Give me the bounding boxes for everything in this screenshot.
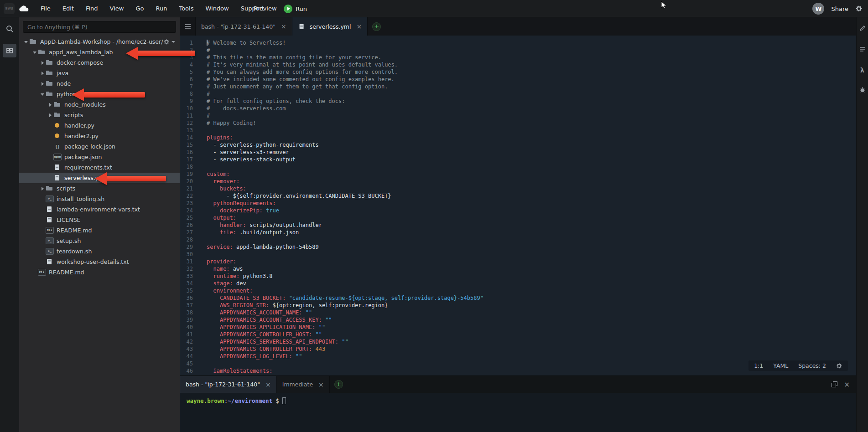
code-line[interactable]: 35 environment: [180,287,856,294]
tree-item-license[interactable]: LICENSE [19,215,180,225]
tree-item-package-lock-json[interactable]: {}package-lock.json [19,141,180,152]
tree-item-java[interactable]: java [19,68,180,78]
code-line[interactable]: 26 handler: scripts/output.handler [180,221,856,229]
new-terminal-plus-icon[interactable]: + [334,380,343,389]
code-line[interactable]: 38 APPDYNAMICS_ACCOUNT_NAME: "" [180,309,856,316]
code-line[interactable]: 9# For full config options, check the do… [180,98,856,105]
chevron-right-icon[interactable] [39,70,46,77]
search-icon[interactable] [3,22,16,36]
code-line[interactable]: 5# You can always add more config option… [180,68,856,76]
outline-icon[interactable] [859,45,866,54]
editor-tab-serverless-yml[interactable]: serverless.yml× [292,17,368,36]
tree-item-package-json[interactable]: npmpackage.json [19,152,180,162]
chevron-down-icon[interactable] [39,91,46,98]
code-line[interactable]: 39 APPDYNAMICS_ACCOUNT_ACCESS_KEY: "" [180,316,856,324]
code-line[interactable]: 2# [180,46,856,54]
code-line[interactable]: 19custom: [180,170,856,178]
tree-item-lambda-environment-vars-txt[interactable]: lambda-environment-vars.txt [19,204,180,215]
run-button[interactable]: Run [284,0,307,17]
close-icon[interactable]: × [265,381,271,388]
tree-root[interactable]: AppD-Lambda-Workshop - /home/ec2-user/en… [19,36,180,47]
menu-run[interactable]: Run [150,0,173,17]
chevron-down-icon[interactable] [31,49,38,56]
code-line[interactable]: 16 - serverless-s3-remover [180,149,856,156]
chevron-right-icon[interactable] [39,81,46,87]
avatar[interactable]: W [812,3,824,15]
editor[interactable]: 1# Welcome to Serverless!2#3# This file … [180,36,856,375]
tree-item-scripts[interactable]: scripts [19,110,180,120]
code-line[interactable]: 23 pythonRequirements: [180,200,856,207]
code-line[interactable]: 22 - ${self:provider.environment.CANDIDA… [180,192,856,200]
close-panel-icon[interactable]: × [844,381,850,389]
code-line[interactable]: 7# Just uncomment any of them to get tha… [180,83,856,90]
tree-item-teardown-sh[interactable]: >_teardown.sh [19,246,180,257]
code-line[interactable]: 3# This file is the main config file for… [180,54,856,61]
collaborate-icon[interactable] [859,25,866,33]
code-line[interactable]: 32 name: aws [180,265,856,273]
tree-item-install-tooling-sh[interactable]: >_install_tooling.sh [19,194,180,204]
code-line[interactable]: 25 output: [180,214,856,221]
menu-find[interactable]: Find [80,0,104,17]
tree-settings-gear-icon[interactable] [163,39,180,45]
cloud9-logo-icon[interactable] [18,5,30,12]
menu-tools[interactable]: Tools [173,0,199,17]
code-line[interactable]: 14plugins: [180,134,856,141]
code-line[interactable]: 27 file: .build/output.json [180,229,856,236]
goto-anything-input[interactable] [23,21,176,33]
tree-item-node[interactable]: node [19,78,180,89]
close-icon[interactable]: × [356,23,362,30]
settings-gear-icon[interactable] [855,5,863,12]
editor-tab-bash-ip-172-31-61-140[interactable]: bash - "ip-172-31-61-140"× [196,17,292,36]
code-line[interactable]: 4# It's very minimal at this point and u… [180,61,856,68]
tree-item-setup-sh[interactable]: >_setup.sh [19,236,180,246]
code-line[interactable]: 41 APPDYNAMICS_CONTROLLER_HOST: "" [180,331,856,338]
code-line[interactable]: 1# Welcome to Serverless! [180,39,856,46]
menu-file[interactable]: File [35,0,57,17]
menu-view[interactable]: View [104,0,130,17]
maximize-icon[interactable] [832,381,837,387]
code-line[interactable]: 44 APPDYNAMICS_LOG_LEVEL: "" [180,353,856,360]
menu-window[interactable]: Window [199,0,234,17]
code-line[interactable]: 11# [180,112,856,119]
code-line[interactable]: 6# We've included some commented out con… [180,76,856,83]
new-tab-plus-icon[interactable]: + [372,22,381,31]
close-icon[interactable]: × [281,23,286,30]
code-line[interactable]: 30 [180,251,856,258]
code-line[interactable]: 28 [180,236,856,243]
tab-size[interactable]: Spaces: 2 [798,362,826,369]
code-line[interactable]: 20 remover: [180,178,856,185]
code-line[interactable]: 33 runtime: python3.8 [180,273,856,280]
tree-item-handler2-py[interactable]: handler2.py [19,131,180,141]
code-line[interactable]: 21 buckets: [180,185,856,192]
code-line[interactable]: 17 - serverless-stack-output [180,156,856,163]
code-line[interactable]: 34 stage: dev [180,280,856,287]
code-line[interactable]: 12# Happy Coding! [180,119,856,127]
tree-item-handler-py[interactable]: handler.py [19,120,180,131]
menu-edit[interactable]: Edit [57,0,80,17]
code-line[interactable]: 8# [180,90,856,98]
aws-logo-icon[interactable]: aws [4,3,15,14]
code-line[interactable]: 29service: appd-lambda-python-54b589 [180,243,856,251]
code-line[interactable]: 13 [180,127,856,134]
syntax-mode[interactable]: YAML [773,362,788,369]
environment-panel-icon[interactable] [3,44,16,57]
tree-item-readme-md[interactable]: M↓README.md [19,267,180,278]
chevron-right-icon[interactable] [39,60,46,66]
code-line[interactable]: 15 - serverless-python-requirements [180,141,856,149]
preview-button[interactable]: Preview [254,0,277,17]
share-button[interactable]: Share [831,5,848,12]
code-line[interactable]: 42 APPDYNAMICS_SERVERLESS_API_ENDPOINT: … [180,338,856,345]
code-line[interactable]: 37 AWS_REGION_STR: ${opt:region, self:pr… [180,302,856,309]
chevron-right-icon[interactable] [39,185,46,192]
code-line[interactable]: 31provider: [180,258,856,265]
menu-go[interactable]: Go [130,0,150,17]
debugger-icon[interactable] [859,86,866,95]
chevron-down-icon[interactable] [23,39,29,45]
terminal-tab-immediate[interactable]: Immediate× [277,376,330,393]
cursor-position[interactable]: 1:1 [754,362,763,369]
chevron-right-icon[interactable] [47,112,53,118]
tree-item-workshop-user-details-txt[interactable]: workshop-user-details.txt [19,257,180,267]
code-line[interactable]: 43 APPDYNAMICS_CONTROLLER_PORT: 443 [180,345,856,353]
tree-item-readme-md[interactable]: M↓README.md [19,225,180,236]
code-line[interactable]: 36 CANDIDATE_S3_BUCKET: "candidate-resum… [180,294,856,302]
